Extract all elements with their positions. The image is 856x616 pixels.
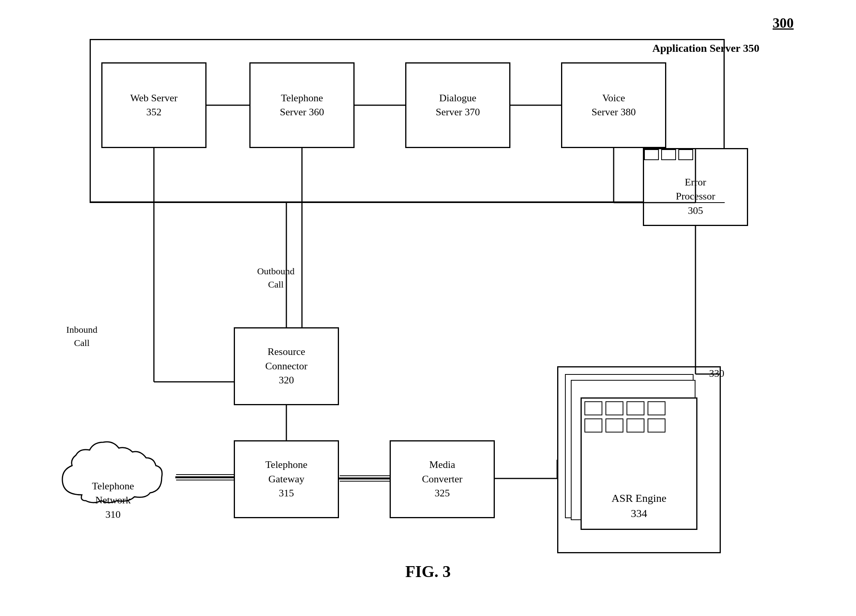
media-converter-box: Media Converter 325 — [390, 440, 495, 518]
dialogue-server-number: Server 370 — [436, 105, 480, 119]
media-converter-label1: Media — [429, 458, 455, 472]
outbound-call-label: Outbound Call — [257, 265, 295, 291]
asr-deco — [584, 401, 665, 436]
asr-deco-rect-8 — [648, 418, 665, 432]
app-server-label: Application Server 350 — [652, 42, 759, 55]
error-processor-number: 305 — [688, 204, 703, 218]
telephone-server-number: Server 360 — [280, 105, 324, 119]
media-converter-number: 325 — [435, 486, 450, 500]
error-processor-label1: Error — [685, 175, 706, 189]
telephone-gateway-label1: Telephone — [265, 458, 307, 472]
voice-server-number: Server 380 — [591, 105, 635, 119]
telephone-server-box: Telephone Server 360 — [249, 62, 355, 148]
asr-label-330: 330 — [709, 368, 724, 379]
asr-deco-rect-5 — [584, 418, 602, 432]
resource-connector-box: Resource Connector 320 — [234, 327, 339, 405]
asr-deco-rect-4 — [648, 401, 665, 415]
deco-rect-3 — [678, 149, 693, 160]
web-server-label: Web Server — [130, 91, 177, 105]
telephone-gateway-label2: Gateway — [268, 472, 304, 486]
asr-deco-rect-3 — [627, 401, 644, 415]
voice-server-label: Voice — [602, 91, 625, 105]
error-processor-label2: Processor — [676, 189, 715, 203]
resource-connector-label1: Resource — [268, 345, 305, 359]
dialogue-server-label: Dialogue — [439, 91, 476, 105]
media-converter-label2: Converter — [422, 472, 462, 486]
error-processor-deco — [644, 149, 693, 160]
telephone-gateway-number: 315 — [279, 486, 294, 500]
asr-deco-rect-1 — [584, 401, 602, 415]
deco-rect-2 — [661, 149, 676, 160]
telephone-network-label: Telephone Network 310 — [58, 479, 168, 522]
telephone-server-label: Telephone — [281, 91, 323, 105]
asr-deco-rect-7 — [627, 418, 644, 432]
asr-engine-label1: ASR Engine — [612, 491, 667, 506]
resource-connector-label2: Connector — [265, 359, 307, 373]
fig-caption: FIG. 3 — [405, 562, 451, 581]
dialogue-server-box: Dialogue Server 370 — [405, 62, 510, 148]
web-server-number: 352 — [146, 105, 162, 119]
deco-rect-1 — [644, 149, 659, 160]
resource-connector-number: 320 — [279, 373, 294, 387]
web-server-box: Web Server 352 — [101, 62, 206, 148]
asr-engine-number: 334 — [631, 506, 647, 521]
asr-deco-rect-2 — [605, 401, 623, 415]
voice-server-box: Voice Server 380 — [561, 62, 666, 148]
page-title: 300 — [773, 15, 794, 31]
inbound-call-label: Inbound Call — [66, 323, 97, 349]
asr-deco-rect-6 — [605, 418, 623, 432]
telephone-gateway-box: Telephone Gateway 315 — [234, 440, 339, 518]
